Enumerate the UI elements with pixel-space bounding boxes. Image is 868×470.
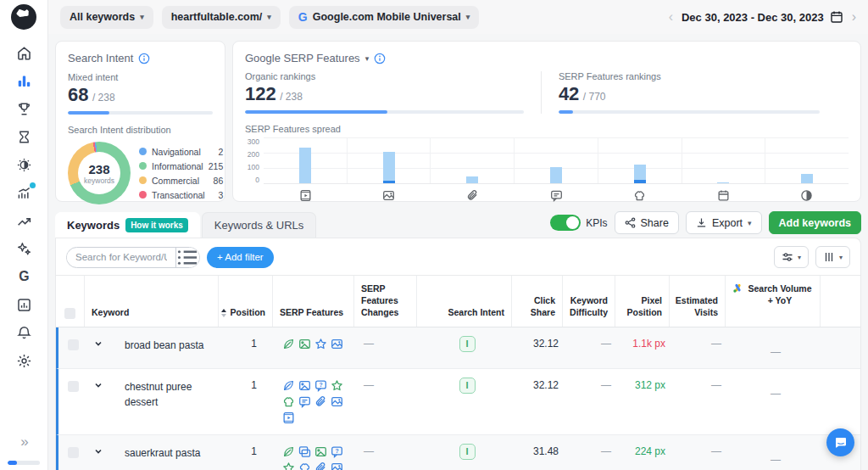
hat-feature-icon[interactable]	[282, 395, 295, 408]
images-feature-icon[interactable]	[331, 462, 343, 470]
tab-keywords-urls[interactable]: Keywords & URLs	[202, 212, 316, 238]
sidebar-item-settings[interactable]	[10, 350, 37, 372]
spread-bar[interactable]	[765, 137, 849, 183]
star-feature-icon[interactable]	[314, 338, 327, 350]
sidebar-item-competitors[interactable]	[10, 98, 37, 120]
leaf-feature-icon[interactable]	[282, 338, 295, 350]
expand-sidebar-icon[interactable]: »	[20, 434, 26, 450]
info-icon[interactable]	[374, 53, 386, 64]
chevron-down-icon: ▾	[798, 254, 801, 261]
image-feature-icon[interactable]	[298, 379, 311, 392]
filler-cell	[823, 327, 860, 368]
spread-bar[interactable]	[682, 137, 766, 183]
search-input[interactable]	[67, 252, 175, 262]
col-pixel-position[interactable]: Pixel Position	[615, 276, 670, 327]
images-feature-icon[interactable]	[331, 338, 343, 350]
date-next-icon[interactable]: ›	[852, 9, 856, 25]
image-feature-icon[interactable]	[298, 338, 311, 350]
legend-label: Navigational	[152, 147, 201, 157]
difficulty-cell: —	[565, 327, 618, 368]
chevron-down-icon[interactable]	[94, 380, 103, 392]
row-checkbox[interactable]	[68, 447, 79, 458]
sidebar-item-analytics[interactable]	[10, 182, 37, 204]
images2-feature-icon[interactable]	[298, 445, 311, 458]
image-feature-icon[interactable]	[314, 445, 327, 458]
col-serp-features[interactable]: SERP Features	[273, 276, 354, 327]
keyword-text[interactable]: chestnut puree dessert	[109, 379, 214, 410]
images-feature-icon[interactable]	[331, 395, 343, 408]
table-row[interactable]: sauerkraut pasta1?—I31.48—224 px——	[56, 435, 860, 470]
col-serp-changes[interactable]: SERP Features Changes	[354, 276, 417, 327]
sidebar-item-reports[interactable]	[10, 294, 37, 316]
chevron-down-icon[interactable]	[94, 446, 103, 458]
row-checkbox[interactable]	[68, 339, 79, 350]
search-list-icon[interactable]	[175, 248, 199, 267]
tab-keywords[interactable]: Keywords How it works	[55, 212, 200, 238]
search-intent-donut-chart: 238 keywords	[68, 142, 131, 204]
spread-bar[interactable]	[348, 137, 431, 183]
col-search-volume[interactable]: Search Volume + YoY	[726, 276, 821, 327]
leaf-feature-icon[interactable]	[282, 445, 295, 458]
sidebar-item-google[interactable]: G	[10, 266, 37, 288]
col-position[interactable]: Position	[219, 276, 273, 327]
select-all-checkbox[interactable]	[64, 308, 75, 319]
pixel-position-cell: 1.1k px	[618, 327, 672, 368]
table-row[interactable]: broad bean pasta1—I32.12—1.1k px——	[56, 327, 860, 369]
table-row[interactable]: chestnut puree dessert1?—I32.12—312 px——	[56, 369, 860, 435]
search-engine-label: Google.com Mobile Universal	[313, 11, 461, 23]
sidebar-item-home[interactable]	[10, 42, 37, 64]
search-engine-dropdown[interactable]: G Google.com Mobile Universal ▾	[289, 6, 479, 29]
kpis-toggle[interactable]	[550, 215, 581, 231]
video-feature-icon[interactable]	[282, 411, 295, 424]
intent-badge: I	[459, 444, 476, 460]
chat-widget-button[interactable]	[826, 428, 854, 456]
search-intent-title: Search Intent	[68, 52, 133, 64]
all-keywords-dropdown[interactable]: All keywords ▾	[60, 6, 153, 29]
share-button[interactable]: Share	[615, 211, 679, 234]
chevron-down-icon[interactable]: ▾	[365, 54, 370, 63]
keyword-text[interactable]: broad bean pasta	[109, 338, 203, 353]
spread-bar[interactable]	[264, 137, 348, 183]
date-prev-icon[interactable]: ‹	[669, 9, 673, 25]
date-range-picker[interactable]: Dec 30, 2023 - Dec 30, 2023	[682, 10, 843, 24]
chat-feature-icon[interactable]	[298, 395, 311, 408]
sidebar-item-display-settings[interactable]	[10, 154, 37, 176]
export-button[interactable]: Export ▾	[686, 211, 762, 234]
col-keyword[interactable]: Keyword	[85, 276, 219, 327]
sidebar-item-rankings[interactable]	[10, 70, 37, 92]
table-settings-button[interactable]: ▾	[774, 246, 809, 268]
col-difficulty[interactable]: Keyword Difficulty	[563, 276, 615, 327]
col-search-intent[interactable]: Search Intent	[417, 276, 512, 327]
sidebar-item-history[interactable]	[10, 126, 37, 148]
clip-feature-icon[interactable]	[314, 395, 327, 408]
star-feature-icon[interactable]	[282, 462, 295, 470]
clip-feature-icon[interactable]	[314, 462, 327, 470]
chevron-down-icon[interactable]	[94, 339, 103, 350]
domain-dropdown[interactable]: heartfultable.com/ ▾	[162, 6, 281, 29]
sidebar-item-trends[interactable]	[10, 210, 37, 232]
hat-feature-icon[interactable]	[298, 462, 311, 470]
add-keywords-button[interactable]: Add keywords	[769, 211, 861, 234]
faq-feature-icon[interactable]: ?	[331, 445, 343, 458]
keyword-text[interactable]: sauerkraut pasta	[109, 445, 200, 461]
spread-bar[interactable]	[598, 137, 682, 183]
faq-feature-icon[interactable]: ?	[314, 379, 327, 392]
search-intent-cell: I	[420, 435, 515, 470]
spread-bar[interactable]	[431, 137, 515, 183]
chevron-down-icon: ▾	[466, 13, 470, 21]
row-checkbox[interactable]	[68, 381, 79, 392]
info-icon[interactable]	[138, 53, 150, 64]
leaf-feature-icon[interactable]	[282, 379, 295, 392]
add-filter-button[interactable]: + Add filter	[207, 247, 274, 268]
spread-bar[interactable]	[515, 137, 598, 183]
tab-keywords-label: Keywords	[67, 219, 120, 232]
columns-button[interactable]: ▾	[815, 246, 850, 268]
col-estimated-visits[interactable]: Estimated Visits	[670, 276, 726, 327]
col-click-share[interactable]: Click Share	[512, 276, 563, 327]
content: Search Intent Mixed intent 68 / 238 Sear…	[48, 34, 868, 470]
sidebar-item-ai-insights[interactable]	[10, 238, 37, 260]
star-feature-icon[interactable]	[331, 379, 343, 392]
sidebar-item-notifications[interactable]	[10, 322, 37, 344]
how-it-works-badge[interactable]: How it works	[125, 218, 188, 232]
app-logo[interactable]	[11, 4, 36, 30]
